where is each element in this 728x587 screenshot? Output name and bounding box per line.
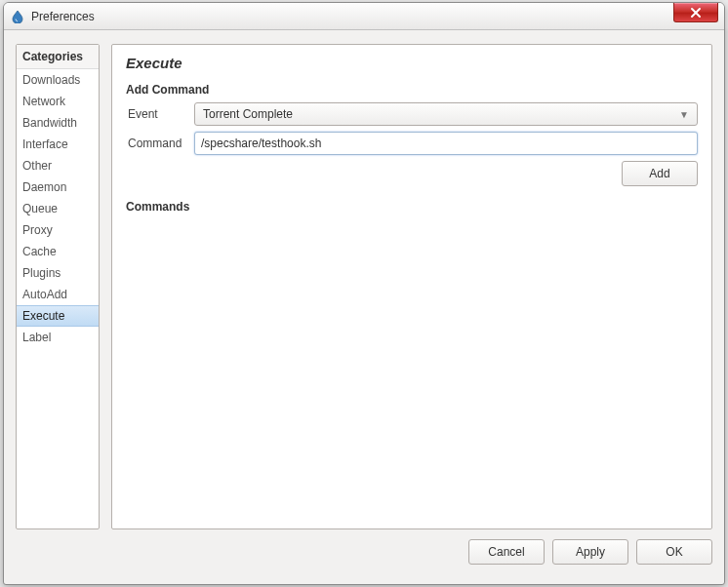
preferences-window: Preferences Categories DownloadsNetworkB… xyxy=(3,2,725,585)
apply-button[interactable]: Apply xyxy=(552,539,628,565)
commands-header: Commands xyxy=(126,200,698,214)
ok-button-label: OK xyxy=(666,545,682,559)
close-button[interactable] xyxy=(673,3,718,22)
sidebar-item-cache[interactable]: Cache xyxy=(17,241,99,262)
add-button[interactable]: Add xyxy=(622,161,698,186)
app-icon xyxy=(10,9,25,24)
sidebar-item-label[interactable]: Label xyxy=(17,327,99,348)
dialog-footer: Cancel Apply OK xyxy=(4,539,724,574)
sidebar-item-daemon[interactable]: Daemon xyxy=(17,176,99,198)
event-label: Event xyxy=(126,107,194,121)
titlebar: Preferences xyxy=(4,3,724,30)
sidebar-item-interface[interactable]: Interface xyxy=(17,134,99,155)
apply-button-label: Apply xyxy=(576,545,605,559)
sidebar-item-other[interactable]: Other xyxy=(17,155,99,176)
command-input[interactable] xyxy=(194,132,698,155)
main-panel: Execute Add Command Event Torrent Comple… xyxy=(111,44,712,529)
event-select-value: Torrent Complete xyxy=(203,107,293,121)
add-command-header: Add Command xyxy=(126,83,698,97)
event-select[interactable]: Torrent Complete ▼ xyxy=(194,102,698,126)
chevron-down-icon: ▼ xyxy=(679,109,689,120)
sidebar-item-network[interactable]: Network xyxy=(17,91,99,112)
sidebar-item-autoadd[interactable]: AutoAdd xyxy=(17,284,99,305)
ok-button[interactable]: OK xyxy=(636,539,712,565)
sidebar-item-plugins[interactable]: Plugins xyxy=(17,262,99,284)
sidebar-item-proxy[interactable]: Proxy xyxy=(17,219,99,241)
sidebar-header: Categories xyxy=(17,45,99,69)
window-title: Preferences xyxy=(31,10,95,23)
command-label: Command xyxy=(126,137,194,150)
sidebar-item-downloads[interactable]: Downloads xyxy=(17,69,99,91)
sidebar-item-execute[interactable]: Execute xyxy=(17,305,99,327)
cancel-button[interactable]: Cancel xyxy=(468,539,545,565)
categories-sidebar: Categories DownloadsNetworkBandwidthInte… xyxy=(16,44,100,529)
add-button-label: Add xyxy=(649,167,669,180)
cancel-button-label: Cancel xyxy=(488,545,524,559)
sidebar-item-queue[interactable]: Queue xyxy=(17,198,99,219)
sidebar-item-bandwidth[interactable]: Bandwidth xyxy=(17,112,99,134)
close-icon xyxy=(690,7,702,19)
page-title: Execute xyxy=(126,55,698,71)
